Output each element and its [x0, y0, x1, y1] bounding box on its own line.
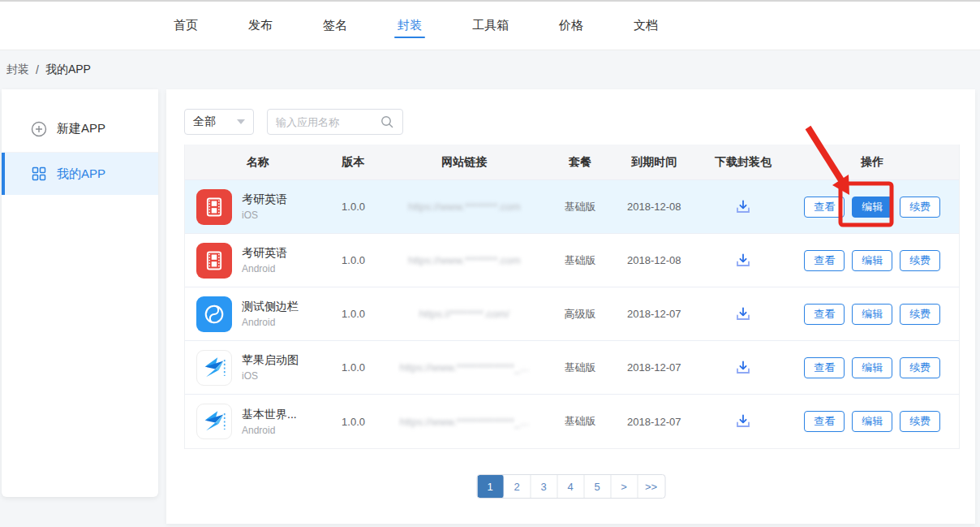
app-version: 1.0.0 [331, 341, 376, 394]
sidebar: 新建APP 我的APP [2, 89, 158, 497]
app-platform: Android [242, 425, 297, 436]
pagination-last[interactable]: >> [638, 475, 664, 498]
download-icon[interactable] [733, 197, 753, 217]
app-plan: 基础版 [552, 341, 608, 394]
sidebar-item-my-app[interactable]: 我的APP [2, 153, 158, 195]
nav-item-price[interactable]: 价格 [546, 2, 596, 50]
edit-button[interactable]: 编辑 [852, 197, 892, 218]
app-name-cell: 考研英语 iOS [185, 180, 331, 233]
app-expiry: 2018-12-08 [608, 234, 701, 287]
pagination-page-5[interactable]: 5 [584, 475, 611, 498]
table-row: 考研英语 iOS 1.0.0 https://www.********.com … [185, 180, 959, 234]
app-name: 测试侧边栏 [242, 300, 299, 314]
nav-item-publish[interactable]: 发布 [235, 2, 286, 50]
table-row: 苹果启动图 iOS 1.0.0 https://www.************… [185, 341, 959, 395]
app-name: 考研英语 [242, 192, 287, 207]
pagination-page-2[interactable]: 2 [504, 475, 531, 498]
app-expiry: 2018-12-07 [608, 287, 701, 340]
app-icon-film [196, 189, 232, 225]
app-icon-film [196, 243, 232, 279]
app-name-cell: 考研英语 Android [185, 234, 331, 287]
app-name: 基本世界... [242, 408, 297, 422]
app-version: 1.0.0 [331, 180, 376, 233]
search-input[interactable] [276, 116, 380, 128]
filter-select[interactable]: 全部 [184, 109, 254, 135]
pagination-next[interactable]: > [611, 475, 638, 498]
edit-button[interactable]: 编辑 [852, 357, 892, 378]
edit-button[interactable]: 编辑 [852, 304, 892, 325]
edit-button[interactable]: 编辑 [852, 411, 892, 432]
app-platform: Android [242, 317, 299, 328]
pagination-page-1[interactable]: 1 [477, 475, 504, 498]
col-header-expiry: 到期时间 [608, 145, 701, 179]
table-row: 测试侧边栏 Android 1.0.0 https://********.com… [185, 287, 959, 341]
breadcrumb-section[interactable]: 封装 [6, 63, 29, 77]
app-url-blurred: https://********.com/ [419, 308, 509, 320]
view-button[interactable]: 查看 [804, 197, 845, 218]
app-plan: 基础版 [552, 395, 608, 448]
apps-table: 名称 版本 网站链接 套餐 到期时间 下载封装包 操作 [184, 145, 960, 449]
app-plan: 基础版 [552, 180, 608, 233]
app-url-blurred: https://www.********.com [408, 254, 521, 266]
toolbar: 全部 [184, 109, 403, 135]
renew-button[interactable]: 续费 [900, 250, 940, 271]
col-header-actions: 操作 [785, 145, 959, 179]
app-expiry: 2018-12-07 [608, 395, 701, 448]
nav-item-docs[interactable]: 文档 [621, 2, 671, 50]
actions-cell: 查看 编辑 续费 [785, 395, 959, 448]
app-expiry: 2018-12-07 [608, 341, 701, 394]
renew-button[interactable]: 续费 [900, 197, 940, 218]
pagination-page-3[interactable]: 3 [531, 475, 557, 498]
renew-button[interactable]: 续费 [900, 411, 940, 432]
breadcrumb: 封装 / 我的APP [6, 50, 91, 89]
nav-item-package[interactable]: 封装 [385, 2, 435, 50]
edit-button[interactable]: 编辑 [852, 250, 892, 271]
breadcrumb-current: 我的APP [45, 63, 91, 77]
renew-button[interactable]: 续费 [900, 357, 940, 378]
download-icon[interactable] [733, 358, 753, 378]
search-icon[interactable] [380, 114, 394, 129]
app-platform: iOS [242, 210, 287, 221]
view-button[interactable]: 查看 [804, 250, 845, 271]
app-version: 1.0.0 [331, 234, 376, 287]
nav-item-toolbox[interactable]: 工具箱 [459, 2, 522, 50]
sidebar-item-new-app[interactable]: 新建APP [2, 106, 158, 153]
app-expiry: 2018-12-08 [608, 180, 701, 233]
sidebar-item-label: 新建APP [57, 121, 105, 136]
actions-cell: 查看 编辑 续费 [785, 180, 959, 233]
table-row: 基本世界... Android 1.0.0 https://www.******… [185, 395, 959, 448]
grid-icon [31, 166, 47, 182]
view-button[interactable]: 查看 [804, 357, 845, 378]
app-icon-bird [196, 404, 232, 439]
app-name-cell: 基本世界... Android [185, 395, 331, 448]
nav-item-sign[interactable]: 签名 [310, 2, 360, 50]
app-name: 考研英语 [242, 246, 287, 261]
pagination-page-4[interactable]: 4 [557, 475, 584, 498]
app-url-blurred: https://www.********.com [408, 201, 521, 213]
actions-cell: 查看 编辑 续费 [785, 341, 959, 394]
top-nav: 首页 发布 签名 封装 工具箱 价格 文档 [0, 0, 980, 50]
col-header-url: 网站链接 [376, 145, 553, 179]
download-icon[interactable] [733, 412, 753, 431]
view-button[interactable]: 查看 [804, 411, 845, 432]
app-version: 1.0.0 [331, 395, 376, 448]
download-icon[interactable] [733, 251, 753, 270]
view-button[interactable]: 查看 [804, 304, 845, 325]
app-platform: iOS [242, 370, 299, 382]
col-header-plan: 套餐 [552, 145, 608, 179]
sidebar-item-label: 我的APP [57, 166, 105, 182]
col-header-version: 版本 [331, 145, 376, 179]
app-plan: 高级版 [552, 287, 608, 340]
table-row: 考研英语 Android 1.0.0 https://www.********.… [185, 234, 959, 287]
app-icon-bird [196, 350, 232, 386]
renew-button[interactable]: 续费 [900, 304, 940, 325]
col-header-download: 下载封装包 [701, 145, 786, 179]
search-box [267, 109, 403, 135]
app-name: 苹果启动图 [242, 353, 299, 368]
download-icon[interactable] [733, 305, 753, 324]
nav-item-home[interactable]: 首页 [161, 2, 211, 50]
main-content: 全部 名称 版本 网站链接 套餐 到期时间 下载封装包 操作 [166, 89, 975, 524]
filter-select-value: 全部 [193, 114, 216, 129]
table-body: 考研英语 iOS 1.0.0 https://www.********.com … [185, 180, 959, 448]
col-header-name: 名称 [185, 145, 331, 179]
